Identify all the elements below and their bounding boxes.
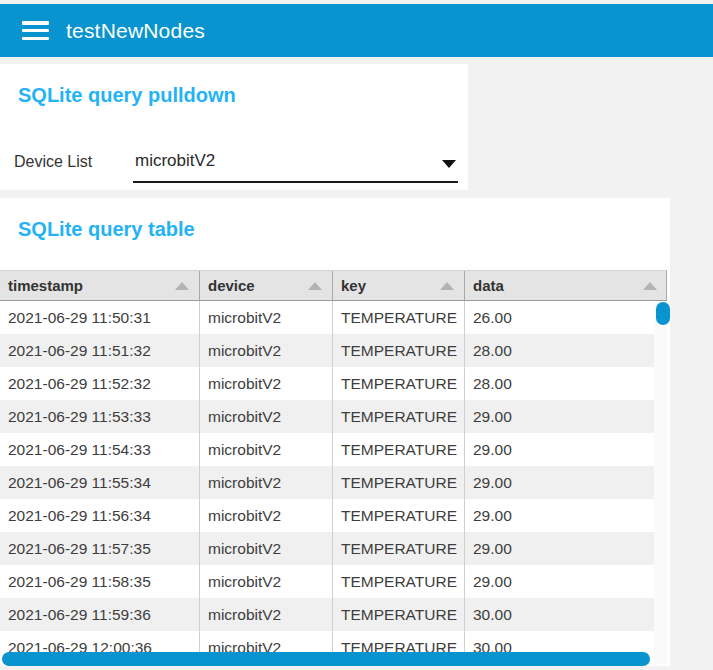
cell-timestamp: 2021-06-29 11:51:32 <box>0 334 200 367</box>
cell-data: 26.00 <box>465 301 654 334</box>
cell-key: TEMPERATURE <box>333 499 465 532</box>
table-row: 2021-06-29 11:58:35microbitV2TEMPERATURE… <box>0 565 654 598</box>
caret-down-icon <box>442 160 456 168</box>
device-list-selected-value: microbitV2 <box>135 151 215 171</box>
cell-timestamp: 2021-06-29 11:56:34 <box>0 499 200 532</box>
menu-icon[interactable] <box>22 21 49 40</box>
cell-device: microbitV2 <box>200 499 333 532</box>
cell-data: 29.00 <box>465 565 654 598</box>
column-header-device[interactable]: device <box>200 271 333 300</box>
device-list-row: Device List microbitV2 <box>14 150 458 186</box>
app-bar: testNewNodes <box>0 4 713 57</box>
cell-key: TEMPERATURE <box>333 367 465 400</box>
sort-arrow-up-icon <box>643 282 657 290</box>
table-row: 2021-06-29 11:53:33microbitV2TEMPERATURE… <box>0 400 654 433</box>
vertical-scrollbar-track[interactable] <box>654 302 667 664</box>
sort-arrow-up-icon <box>440 282 454 290</box>
cell-key: TEMPERATURE <box>333 400 465 433</box>
table-row: 2021-06-29 11:57:35microbitV2TEMPERATURE… <box>0 532 654 565</box>
vertical-scrollbar-thumb[interactable] <box>656 302 670 325</box>
table-row: 2021-06-29 11:55:34microbitV2TEMPERATURE… <box>0 466 654 499</box>
device-list-label: Device List <box>14 153 92 171</box>
cell-device: microbitV2 <box>200 466 333 499</box>
column-header-label: key <box>341 277 366 294</box>
cell-key: TEMPERATURE <box>333 301 465 334</box>
cell-data: 28.00 <box>465 334 654 367</box>
cell-data: 29.00 <box>465 466 654 499</box>
cell-timestamp: 2021-06-29 11:59:36 <box>0 598 200 631</box>
table-header-row: timestamp device key data <box>0 270 667 301</box>
table-row: 2021-06-29 11:56:34microbitV2TEMPERATURE… <box>0 499 654 532</box>
table-row: 2021-06-29 11:59:36microbitV2TEMPERATURE… <box>0 598 654 631</box>
cell-device: microbitV2 <box>200 565 333 598</box>
cell-device: microbitV2 <box>200 598 333 631</box>
cell-timestamp: 2021-06-29 11:57:35 <box>0 532 200 565</box>
table-body: 2021-06-29 11:50:31microbitV2TEMPERATURE… <box>0 301 654 664</box>
cell-key: TEMPERATURE <box>333 433 465 466</box>
cell-key: TEMPERATURE <box>333 532 465 565</box>
column-header-timestamp[interactable]: timestamp <box>0 271 200 300</box>
table-row: 2021-06-29 11:51:32microbitV2TEMPERATURE… <box>0 334 654 367</box>
cell-data: 29.00 <box>465 532 654 565</box>
query-table: timestamp device key data 2021-06-29 11:… <box>0 270 667 666</box>
cell-key: TEMPERATURE <box>333 598 465 631</box>
pulldown-card: SQLite query pulldown Device List microb… <box>0 64 468 190</box>
cell-data: 28.00 <box>465 367 654 400</box>
cell-key: TEMPERATURE <box>333 466 465 499</box>
table-row: 2021-06-29 11:54:33microbitV2TEMPERATURE… <box>0 433 654 466</box>
cell-device: microbitV2 <box>200 532 333 565</box>
column-header-label: device <box>208 277 255 294</box>
cell-key: TEMPERATURE <box>333 334 465 367</box>
pulldown-card-title: SQLite query pulldown <box>18 84 236 107</box>
cell-data: 29.00 <box>465 400 654 433</box>
cell-timestamp: 2021-06-29 11:53:33 <box>0 400 200 433</box>
cell-timestamp: 2021-06-29 11:54:33 <box>0 433 200 466</box>
cell-data: 30.00 <box>465 598 654 631</box>
cell-timestamp: 2021-06-29 11:52:32 <box>0 367 200 400</box>
sort-arrow-up-icon <box>175 282 189 290</box>
cell-data: 29.00 <box>465 433 654 466</box>
app-title: testNewNodes <box>66 19 205 43</box>
cell-device: microbitV2 <box>200 367 333 400</box>
column-header-data[interactable]: data <box>465 271 667 300</box>
horizontal-scrollbar-thumb[interactable] <box>2 652 650 666</box>
cell-timestamp: 2021-06-29 11:55:34 <box>0 466 200 499</box>
cell-device: microbitV2 <box>200 400 333 433</box>
table-card-title: SQLite query table <box>18 218 195 241</box>
device-list-select[interactable]: microbitV2 <box>133 150 458 183</box>
sort-arrow-up-icon <box>308 282 322 290</box>
cell-data: 29.00 <box>465 499 654 532</box>
table-card: SQLite query table timestamp device key … <box>0 198 670 666</box>
cell-timestamp: 2021-06-29 11:58:35 <box>0 565 200 598</box>
table-row: 2021-06-29 11:50:31microbitV2TEMPERATURE… <box>0 301 654 334</box>
cell-device: microbitV2 <box>200 301 333 334</box>
column-header-label: timestamp <box>8 277 83 294</box>
table-row: 2021-06-29 11:52:32microbitV2TEMPERATURE… <box>0 367 654 400</box>
cell-device: microbitV2 <box>200 433 333 466</box>
cell-key: TEMPERATURE <box>333 565 465 598</box>
column-header-key[interactable]: key <box>333 271 465 300</box>
column-header-label: data <box>473 277 504 294</box>
cell-device: microbitV2 <box>200 334 333 367</box>
cell-timestamp: 2021-06-29 11:50:31 <box>0 301 200 334</box>
